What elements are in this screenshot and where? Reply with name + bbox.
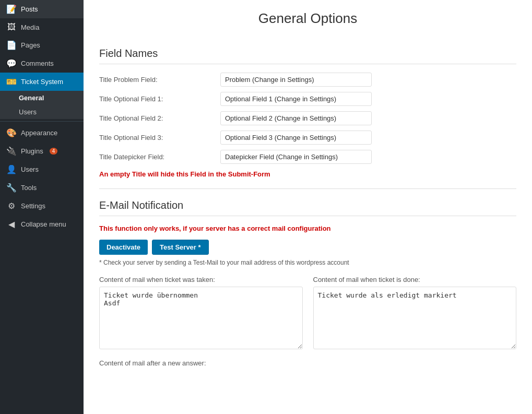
pages-icon: 📄	[6, 40, 17, 50]
field-label-3: Title Optional Field 3:	[99, 134, 214, 141]
page-title: General Options	[99, 10, 516, 32]
field-label-1: Title Optional Field 1:	[99, 95, 214, 103]
sidebar-sub-general[interactable]: General	[0, 91, 84, 105]
field-input-1[interactable]	[220, 92, 372, 106]
field-input-3[interactable]	[220, 131, 372, 145]
field-row: Title Optional Field 1:	[99, 92, 516, 106]
mail-done-textarea[interactable]: Ticket wurde als erledigt markiert	[313, 287, 517, 349]
field-row: Title Problem Field:	[99, 73, 516, 87]
mail-taken-label: Content of mail when ticket was taken:	[99, 276, 303, 283]
sidebar-item-users-main[interactable]: 👤 Users	[0, 160, 84, 179]
sidebar-item-ticket-system-label: Ticket System	[21, 78, 63, 86]
sidebar-item-comments-label: Comments	[21, 60, 54, 67]
field-input-0[interactable]	[220, 73, 372, 87]
email-btn-row: Deactivate Test Server *	[99, 240, 516, 255]
sidebar-item-settings[interactable]: ⚙ Settings	[0, 197, 84, 215]
sidebar-item-collapse-label: Collapse menu	[21, 220, 66, 228]
plugins-badge: 4	[50, 148, 58, 155]
media-icon: 🖼	[6, 22, 17, 32]
sidebar-item-comments[interactable]: 💬 Comments	[0, 54, 84, 73]
tools-icon: 🔧	[6, 183, 17, 193]
field-label-4: Title Datepicker Field:	[99, 153, 214, 161]
sidebar-divider-1	[0, 121, 84, 122]
comments-icon: 💬	[6, 58, 17, 68]
field-row: Title Optional Field 2:	[99, 111, 516, 125]
email-warning: This function only works, if your server…	[99, 224, 516, 232]
sidebar-item-media-label: Media	[21, 23, 39, 31]
sidebar-item-posts[interactable]: 📝 Posts	[0, 0, 84, 18]
mail-taken-textarea[interactable]: Ticket wurde übernommen Asdf	[99, 287, 303, 349]
users-icon: 👤	[6, 164, 17, 174]
sidebar-item-appearance-label: Appearance	[21, 129, 57, 137]
field-row: Title Optional Field 3:	[99, 131, 516, 145]
sidebar-item-pages[interactable]: 📄 Pages	[0, 36, 84, 54]
sidebar-item-settings-label: Settings	[21, 202, 45, 210]
sidebar-item-ticket-system[interactable]: 🎫 Ticket System	[0, 73, 84, 91]
field-names-heading: Field Names	[99, 48, 516, 64]
sidebar-item-plugins[interactable]: 🔌 Plugins 4	[0, 142, 84, 160]
sidebar-item-media[interactable]: 🖼 Media	[0, 18, 84, 36]
field-input-4[interactable]	[220, 150, 372, 164]
deactivate-button[interactable]: Deactivate	[99, 240, 148, 255]
mail-done-label: Content of mail when ticket is done:	[313, 276, 517, 283]
sidebar-item-tools-label: Tools	[21, 184, 37, 192]
sidebar-item-posts-label: Posts	[21, 5, 38, 13]
field-label-0: Title Problem Field:	[99, 76, 214, 84]
mail-content-row: Content of mail when ticket was taken: T…	[99, 276, 516, 351]
field-rows: Title Problem Field:Title Optional Field…	[99, 73, 516, 164]
sidebar-item-pages-label: Pages	[21, 41, 40, 49]
posts-icon: 📝	[6, 4, 17, 14]
sidebar-item-users-label: Users	[21, 165, 39, 173]
sidebar-item-tools[interactable]: 🔧 Tools	[0, 179, 84, 197]
appearance-icon: 🎨	[6, 128, 17, 138]
sidebar: 📝 Posts 🖼 Media 📄 Pages 💬 Comments 🎫 Tic…	[0, 0, 84, 414]
plugins-icon: 🔌	[6, 146, 17, 156]
email-notification-section: E-Mail Notification This function only w…	[99, 199, 516, 367]
field-label-2: Title Optional Field 2:	[99, 114, 214, 122]
email-section-heading: E-Mail Notification	[99, 199, 516, 216]
collapse-icon: ◀	[6, 219, 17, 229]
mail-done-block: Content of mail when ticket is done: Tic…	[313, 276, 517, 351]
field-input-2[interactable]	[220, 111, 372, 125]
mail-answer-label: Content of mail after a new answer:	[99, 359, 516, 367]
sidebar-item-plugins-label: Plugins	[21, 147, 43, 155]
field-names-warning: An empty Title will hide this Field in t…	[99, 170, 516, 178]
ticket-system-icon: 🎫	[6, 77, 17, 87]
test-server-footnote: * Check your server by sending a Test-Ma…	[99, 259, 516, 266]
content-area: General Options Field Names Title Proble…	[84, 0, 532, 414]
sidebar-item-appearance[interactable]: 🎨 Appearance	[0, 124, 84, 142]
sidebar-submenu: General Users	[0, 91, 84, 119]
main-content: General Options Field Names Title Proble…	[84, 0, 532, 414]
sidebar-item-collapse[interactable]: ◀ Collapse menu	[0, 215, 84, 233]
field-row: Title Datepicker Field:	[99, 150, 516, 164]
sidebar-sub-users[interactable]: Users	[0, 105, 84, 119]
field-names-section: Field Names Title Problem Field:Title Op…	[99, 48, 516, 178]
settings-icon: ⚙	[6, 201, 17, 211]
test-server-button[interactable]: Test Server *	[152, 240, 209, 255]
mail-taken-block: Content of mail when ticket was taken: T…	[99, 276, 303, 351]
section-divider	[99, 188, 516, 189]
